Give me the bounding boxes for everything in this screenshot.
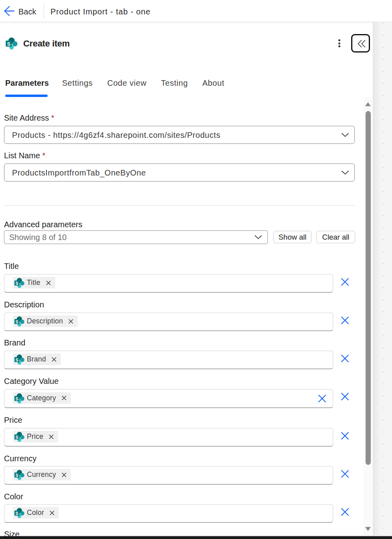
svg-text:S: S (16, 357, 18, 362)
svg-text:S: S (16, 396, 18, 401)
svg-text:S: S (16, 511, 18, 516)
svg-text:S: S (7, 41, 10, 47)
svg-text:S: S (16, 473, 18, 478)
svg-text:S: S (16, 435, 18, 440)
svg-text:S: S (16, 281, 18, 286)
svg-text:S: S (16, 319, 18, 324)
